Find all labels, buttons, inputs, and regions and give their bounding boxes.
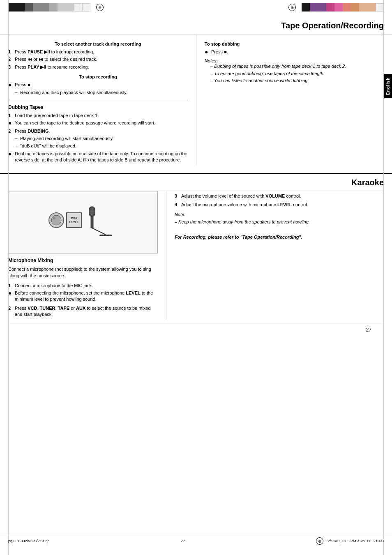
- select-track-list: 1 Press PAUSE ▶II to interrupt recording…: [8, 49, 188, 70]
- dubbing-text-1: Load the prerecorded tape in tape deck 1…: [15, 113, 99, 119]
- dubbing-num-1: 1: [8, 113, 12, 119]
- main-content: To select another track during recording…: [0, 35, 392, 165]
- bullet-icon-3: ●: [8, 151, 12, 164]
- page-footer: pg 001-032/V520/21-Eng 27 ⊕ 12/11/01, 5:…: [0, 535, 392, 547]
- karaoke-content: MIC/ LEVEL Microph: [0, 191, 392, 319]
- footer-right-text: 12/11/01, 5:05 PM 3139 115 21093: [326, 539, 384, 543]
- pattern-sq-3: [25, 3, 33, 12]
- right-pattern-block: [302, 3, 384, 12]
- stop-dubbing-section: To stop dubbing ● Press ■. Notes: – Dubb…: [205, 41, 384, 84]
- step-num-1: 1: [8, 49, 12, 55]
- k-num-3: 3: [175, 193, 179, 199]
- dubbing-step-2: 2 Press DUBBING.: [8, 128, 188, 134]
- note-3: – You can listen to another source while…: [210, 78, 384, 84]
- dubbing-num-2: 2: [8, 128, 12, 134]
- dubbing-arrow-2: → "duB dUb" will be displayed.: [14, 143, 188, 149]
- mic-mixing-section: Microphone Mixing Connect a microphone (…: [8, 258, 158, 318]
- k-num-1: 1: [8, 283, 12, 289]
- note-text-3: – You can listen to another source while…: [210, 78, 309, 84]
- rpattern-sq-10: [376, 3, 384, 12]
- svg-rect-12: [99, 235, 112, 236]
- footer-left-text: pg 001-032/V520/21-Eng: [8, 539, 50, 543]
- dubbing-bullet-text-1: You can set the tape to the desired pass…: [15, 120, 155, 126]
- karaoke-right: 3 Adjust the volume level of the source …: [166, 191, 384, 319]
- stop-recording-note: Recording and disc playback will stop si…: [20, 90, 127, 96]
- dubbing-arrow-text-1: Playing and recording will start simulta…: [20, 136, 113, 142]
- k-text-2: Press VCD, TUNER, TAPE or AUX to select …: [15, 305, 158, 318]
- svg-text:LEVEL: LEVEL: [69, 221, 79, 223]
- karaoke-steps-right: 3 Adjust the volume level of the source …: [175, 193, 384, 199]
- rpattern-sq-1: [302, 3, 310, 12]
- select-track-step-2: 2 Press ⏮ or ⏭ to select the desired tra…: [8, 56, 188, 62]
- note-1: – Dubbing of tapes is possible only from…: [210, 63, 384, 69]
- dubbing-arrow-text-2: "duB dUb" will be displayed.: [20, 143, 76, 149]
- karaoke-note-heading: Note:: [175, 212, 384, 217]
- dubbing-step-1: 1 Load the prerecorded tape in tape deck…: [8, 113, 188, 119]
- mic-mixing-desc: Connect a microphone (not supplied) to t…: [8, 266, 158, 279]
- pattern-sq-6: [49, 3, 58, 12]
- mic-mixing-heading: Microphone Mixing: [8, 258, 158, 263]
- mic-illustration: MIC/ LEVEL: [8, 191, 158, 253]
- select-track-heading: To select another track during recording: [8, 41, 188, 46]
- arrow-icon-3: →: [14, 143, 18, 149]
- rpattern-sq-3: [318, 3, 326, 12]
- rpattern-sq-9: [367, 3, 376, 12]
- k-num-2: 2: [8, 305, 12, 318]
- dubbing-tapes-section: Dubbing Tapes 1 Load the prerecorded tap…: [8, 104, 188, 164]
- svg-text:MIC/: MIC/: [71, 216, 77, 219]
- dubbing-list: 1 Load the prerecorded tape in tape deck…: [8, 113, 188, 119]
- compass-right-icon: ⊕: [288, 4, 296, 11]
- left-margin-line: [8, 0, 9, 555]
- k-text-4: Adjust the microphone volume with microp…: [181, 202, 308, 208]
- page-number: 27: [366, 327, 371, 333]
- k-bullet-icon-1: ●: [8, 290, 12, 303]
- dubbing-tapes-heading: Dubbing Tapes: [8, 104, 188, 110]
- karaoke-step-2: 2 Press VCD, TUNER, TAPE or AUX to selec…: [8, 305, 158, 318]
- footer-right: ⊕ 12/11/01, 5:05 PM 3139 115 21093: [316, 537, 384, 545]
- rpattern-sq-5: [334, 3, 343, 12]
- stop-dubbing-bullet: ● Press ■.: [205, 49, 384, 55]
- section-divider-1: [8, 100, 188, 100]
- karaoke-step-4: 4 Adjust the microphone volume with micr…: [175, 202, 384, 208]
- pattern-sq-4: [33, 3, 41, 12]
- header-right-pattern: ⊕: [288, 3, 384, 12]
- pattern-sq-1: [8, 3, 16, 12]
- step-text-2: Press ⏮ or ⏭ to select the desired track…: [15, 56, 97, 62]
- k-text-1: Connect a microphone to the MIC jack.: [15, 283, 93, 289]
- pattern-sq-8: [66, 3, 74, 12]
- pattern-sq-10: [82, 3, 90, 12]
- note-text-2: – To ensure good dubbing, use tapes of t…: [210, 71, 325, 77]
- note-text-1: – Dubbing of tapes is possible only from…: [210, 63, 346, 69]
- bullet-icon-4: ●: [205, 49, 209, 55]
- stop-recording-text: Press ■.: [15, 82, 32, 88]
- right-column: To stop dubbing ● Press ■. Notes: – Dubb…: [196, 35, 384, 165]
- footer-page-num: 27: [181, 539, 185, 543]
- karaoke-note-section: Note: – Keep the microphone away from th…: [175, 212, 384, 226]
- svg-line-11: [92, 228, 106, 235]
- pattern-sq-2: [16, 3, 25, 12]
- recording-ref-text: For Recording, please refer to "Tape Ope…: [175, 234, 384, 241]
- stop-dubbing-text: Press ■.: [211, 49, 228, 55]
- step-text-3: Press PLAY ▶II to resume recording.: [15, 64, 89, 70]
- left-pattern-block: [8, 3, 90, 12]
- svg-rect-10: [91, 216, 93, 228]
- select-track-section: To select another track during recording…: [8, 41, 188, 70]
- step-num-2: 2: [8, 56, 12, 62]
- svg-point-2: [53, 217, 55, 219]
- recording-ref-section: For Recording, please refer to "Tape Ope…: [175, 234, 384, 241]
- page-number-area: 27: [8, 323, 384, 335]
- header-left-pattern: ⊕: [8, 3, 104, 12]
- footer-compass-icon: ⊕: [316, 537, 323, 545]
- karaoke-bullet-1: ● Before connecting the microphone, set …: [8, 290, 158, 303]
- pattern-sq-7: [58, 3, 66, 12]
- right-margin-line: [383, 0, 384, 555]
- mic-svg: MIC/ LEVEL: [42, 198, 124, 247]
- arrow-icon-2: →: [14, 136, 18, 142]
- k-bullet-text-1: Before connecting the microphone, set th…: [15, 290, 158, 303]
- karaoke-steps-right-2: 4 Adjust the microphone volume with micr…: [175, 202, 384, 208]
- stop-recording-arrow: → Recording and disc playback will stop …: [14, 90, 188, 96]
- rpattern-sq-7: [351, 3, 359, 12]
- pattern-sq-5: [41, 3, 49, 12]
- karaoke-step-3: 3 Adjust the volume level of the source …: [175, 193, 384, 199]
- rpattern-sq-8: [359, 3, 367, 12]
